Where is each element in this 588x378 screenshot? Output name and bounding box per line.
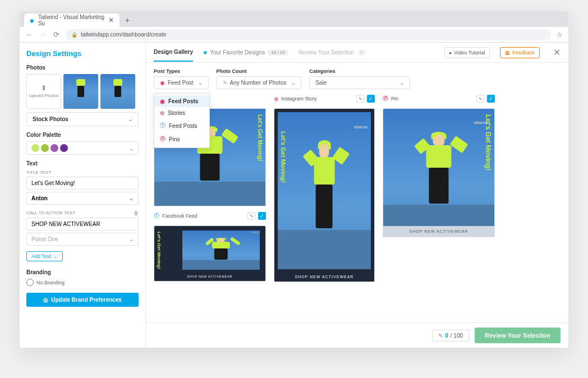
- branding-label: Branding: [26, 269, 139, 275]
- design-brand: atlama: [354, 125, 368, 130]
- cta-text-input[interactable]: [26, 218, 139, 231]
- color-swatch: [50, 144, 58, 152]
- photo-count-dropdown[interactable]: ✎Any Number of Photos ⌄: [217, 76, 302, 89]
- tab-favorites[interactable]: ♥ Your Favorite Designs 16 / 25: [203, 43, 288, 62]
- review-selection-button[interactable]: Review Your Selection: [475, 328, 561, 343]
- edit-icon[interactable]: ✎: [476, 95, 484, 103]
- upload-icon: ⬆: [41, 84, 47, 92]
- menu-item-feed-posts[interactable]: ◉Feed Posts: [154, 95, 209, 107]
- update-brand-button[interactable]: ◎ Update Brand Preferences: [26, 293, 139, 307]
- tab-design-gallery[interactable]: Design Gallery: [154, 43, 193, 62]
- upload-photos-button[interactable]: ⬆ Upload Photos: [26, 74, 61, 109]
- chevron-down-icon: ⌄: [129, 236, 134, 242]
- categories-dropdown[interactable]: Sale ⌄: [309, 76, 410, 89]
- tab-review-selection[interactable]: Review Your Selection 0: [298, 44, 366, 61]
- design-brand: atlama: [251, 231, 260, 234]
- instagram-icon: ⊕: [160, 110, 164, 116]
- photo-thumbnail[interactable]: [63, 74, 98, 109]
- cta-font-dropdown[interactable]: Poiret One ⌄: [26, 233, 139, 246]
- instagram-icon: ⊕: [274, 96, 278, 102]
- footer-bar: ✎ 0 / 100 Review Your Selection: [146, 322, 568, 348]
- chevron-down-icon: ⌄: [399, 80, 404, 86]
- color-palette-dropdown[interactable]: ⌄: [26, 141, 139, 155]
- design-card-fb-feed[interactable]: Let's Get Moving! atlama SHOP NEW ACTIVE…: [154, 225, 266, 282]
- gallery-column: ⓟ Pin ✎ ✓ Let's Get Moving! atlama SHOP …: [383, 95, 495, 315]
- feedback-button[interactable]: ▦ Feedback: [500, 47, 540, 58]
- bookmark-icon[interactable]: ☆: [557, 31, 563, 39]
- sidebar: Design Settings Photos ⬆ Upload Photos S…: [20, 43, 146, 348]
- address-bar[interactable]: 🔒 tailwindapp.com/dashboard/create: [66, 29, 551, 40]
- heart-icon: ♥: [203, 49, 207, 57]
- stock-photos-label: Stock Photos: [33, 116, 68, 122]
- filters-bar: Post Types ◉Feed Post ⌄ ◉Feed Posts ⊕Sto…: [146, 63, 568, 95]
- chevron-down-icon: ⌄: [198, 80, 203, 86]
- color-swatch: [60, 144, 68, 152]
- no-branding-radio[interactable]: No Branding: [26, 279, 139, 286]
- chevron-down-icon: ⌄: [128, 116, 132, 122]
- title-text-label: TITLE TEXT: [26, 170, 139, 175]
- gallery-column: ⊕ Instagram Story ✎ ✓ Let's Get Moving! …: [274, 95, 375, 315]
- chevron-down-icon: ⌄: [53, 253, 58, 259]
- close-icon[interactable]: ✕: [553, 47, 561, 58]
- tab-title: Tailwind - Visual Marketing Su: [38, 14, 105, 26]
- trash-icon[interactable]: 🗑: [134, 210, 139, 216]
- color-swatch: [31, 144, 39, 152]
- pinterest-icon: ⓟ: [383, 95, 388, 103]
- photo-thumbnail[interactable]: [100, 74, 135, 109]
- facebook-icon: ⓕ: [154, 212, 159, 220]
- check-icon[interactable]: ✓: [487, 95, 495, 103]
- tab-favicon-icon: ◆: [30, 17, 35, 23]
- design-card-pin[interactable]: Let's Get Moving! atlama SHOP NEW ACTIVE…: [383, 108, 495, 237]
- stock-photos-dropdown[interactable]: Stock Photos ⌄: [26, 112, 139, 126]
- design-brand: atlama: [474, 120, 488, 125]
- pinterest-icon: ⓟ: [160, 135, 166, 143]
- facebook-icon: ⓕ: [160, 122, 166, 130]
- reload-button[interactable]: ⟳: [52, 30, 60, 39]
- chat-icon: ▦: [505, 50, 510, 56]
- title-font-dropdown[interactable]: Anton ⌄: [26, 192, 139, 205]
- color-palette-label: Color Palette: [26, 132, 139, 138]
- edit-icon[interactable]: ✎: [247, 212, 255, 220]
- main-panel: Design Gallery ♥ Your Favorite Designs 1…: [146, 43, 568, 348]
- design-slogan: Let's Get Moving!: [157, 232, 162, 269]
- cta-text-label: CALL TO ACTION TEXT 🗑: [26, 210, 139, 216]
- design-card-ig-story[interactable]: Let's Get Moving! atlama SHOP NEW ACTIVE…: [274, 108, 375, 282]
- upload-label: Upload Photos: [29, 93, 58, 99]
- chevron-down-icon: ⌄: [129, 195, 134, 201]
- categories-filter: Categories Sale ⌄: [309, 68, 410, 89]
- design-cta: SHOP NEW ACTIVEWEAR: [154, 272, 265, 281]
- font-name: Anton: [31, 195, 48, 201]
- check-icon[interactable]: ✓: [258, 212, 266, 220]
- browser-tab[interactable]: ◆ Tailwind - Visual Marketing Su ✕: [24, 13, 120, 27]
- app-content: Design Settings Photos ⬆ Upload Photos S…: [20, 43, 568, 348]
- menu-item-stories[interactable]: ⊕Stories: [154, 107, 209, 119]
- check-icon[interactable]: ✓: [367, 95, 375, 103]
- design-cta: SHOP NEW ACTIVEWEAR: [383, 226, 494, 237]
- menu-item-pins[interactable]: ⓟPins: [154, 132, 209, 146]
- selection-count: ✎ 0 / 100: [432, 330, 469, 342]
- no-branding-input[interactable]: [26, 279, 34, 286]
- chevron-down-icon: ⌄: [129, 145, 134, 151]
- post-types-dropdown[interactable]: ◉Feed Post ⌄: [154, 76, 209, 89]
- back-button[interactable]: ←: [25, 30, 33, 39]
- video-icon: ▸: [449, 50, 452, 56]
- sidebar-title: Design Settings: [26, 49, 139, 58]
- chevron-down-icon: ⌄: [291, 80, 295, 86]
- forward-button[interactable]: →: [39, 30, 47, 39]
- account-icon: ◎: [43, 297, 48, 303]
- color-swatch: [41, 144, 49, 152]
- photos-label: Photos: [26, 64, 139, 71]
- design-slogan: Let's Get Moving!: [257, 114, 263, 162]
- edit-icon[interactable]: ✎: [356, 95, 364, 103]
- url-bar: ← → ⟳ 🔒 tailwindapp.com/dashboard/create…: [20, 27, 568, 43]
- tab-close-icon[interactable]: ✕: [108, 16, 114, 24]
- add-text-button[interactable]: Add Text ⌄: [26, 251, 63, 261]
- title-text-input[interactable]: [26, 177, 139, 190]
- design-cta: SHOP NEW ACTIVEWEAR: [274, 272, 374, 282]
- new-tab-button[interactable]: +: [120, 13, 135, 27]
- menu-item-fb-feed[interactable]: ⓕFeed Posts: [154, 119, 209, 132]
- top-nav: Design Gallery ♥ Your Favorite Designs 1…: [146, 43, 568, 63]
- video-tutorial-button[interactable]: ▸ Video Tutorial: [444, 47, 490, 58]
- wand-icon: ✎: [223, 80, 227, 86]
- font-name: Poiret One: [31, 236, 58, 242]
